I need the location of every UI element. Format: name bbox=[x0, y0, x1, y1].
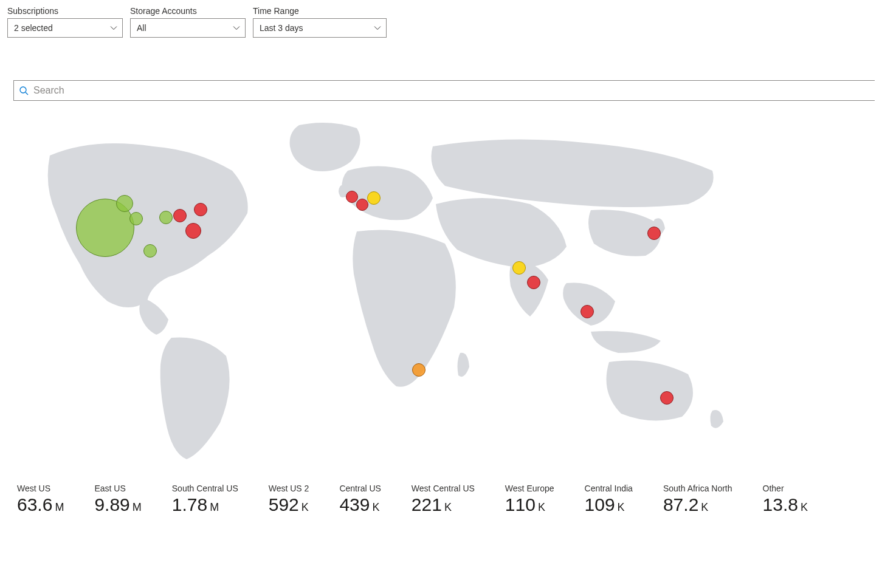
region-stat[interactable]: West Europe110K bbox=[505, 484, 554, 515]
map-bubble[interactable] bbox=[647, 227, 661, 240]
search-input[interactable] bbox=[32, 84, 870, 97]
svg-point-0 bbox=[20, 87, 26, 93]
map-bubble[interactable] bbox=[173, 209, 187, 222]
map-bubble[interactable] bbox=[159, 211, 173, 224]
chevron-down-icon bbox=[110, 24, 117, 32]
filter-timerange-label: Time Range bbox=[253, 6, 387, 16]
stat-value: 592K bbox=[269, 494, 309, 515]
region-stat[interactable]: West US63.6M bbox=[17, 484, 64, 515]
filter-subscriptions: Subscriptions 2 selected bbox=[7, 6, 123, 38]
stat-value: 221K bbox=[412, 494, 475, 515]
chevron-down-icon bbox=[233, 24, 240, 32]
map-bubble[interactable] bbox=[367, 191, 381, 205]
map-bubble[interactable] bbox=[116, 195, 133, 212]
search-icon bbox=[19, 86, 29, 95]
filter-time-range: Time Range Last 3 days bbox=[253, 6, 387, 38]
stat-label: Central US bbox=[339, 484, 381, 493]
stat-label: Central India bbox=[585, 484, 633, 493]
stat-label: Other bbox=[763, 484, 808, 493]
stat-value: 87.2K bbox=[663, 494, 732, 515]
search-box[interactable] bbox=[13, 80, 875, 101]
timerange-value: Last 3 days bbox=[260, 23, 303, 33]
map-bubble[interactable] bbox=[581, 305, 594, 318]
stat-label: South Central US bbox=[172, 484, 238, 493]
timerange-dropdown[interactable]: Last 3 days bbox=[253, 18, 387, 38]
map-bubble[interactable] bbox=[527, 276, 540, 289]
map-bubble[interactable] bbox=[512, 261, 526, 275]
region-stat[interactable]: South Central US1.78M bbox=[172, 484, 238, 515]
stat-label: West US 2 bbox=[269, 484, 309, 493]
map-bubble[interactable] bbox=[346, 191, 358, 203]
map-bubble[interactable] bbox=[143, 244, 157, 258]
stat-value: 1.78M bbox=[172, 494, 238, 515]
map-bubble[interactable] bbox=[185, 223, 201, 239]
map-bubble[interactable] bbox=[129, 212, 143, 225]
stat-value: 109K bbox=[585, 494, 633, 515]
map-bubble[interactable] bbox=[356, 199, 368, 211]
stat-label: South Africa North bbox=[663, 484, 732, 493]
stat-label: East US bbox=[94, 484, 141, 493]
svg-line-1 bbox=[26, 92, 28, 95]
world-map[interactable] bbox=[7, 113, 822, 477]
storage-value: All bbox=[137, 23, 146, 33]
filter-storage-accounts: Storage Accounts All bbox=[130, 6, 246, 38]
region-stat[interactable]: West Central US221K bbox=[412, 484, 475, 515]
stat-value: 110K bbox=[505, 494, 554, 515]
stat-value: 439K bbox=[339, 494, 381, 515]
stat-value: 9.89M bbox=[94, 494, 141, 515]
map-bubble[interactable] bbox=[412, 363, 425, 377]
region-stat[interactable]: South Africa North87.2K bbox=[663, 484, 732, 515]
stat-value: 63.6M bbox=[17, 494, 64, 515]
region-stats-row: West US63.6MEast US9.89MSouth Central US… bbox=[7, 484, 875, 515]
stat-value: 13.8K bbox=[763, 494, 808, 515]
stat-label: West Europe bbox=[505, 484, 554, 493]
region-stat[interactable]: Central US439K bbox=[339, 484, 381, 515]
world-map-svg bbox=[7, 113, 822, 477]
region-stat[interactable]: Other13.8K bbox=[763, 484, 808, 515]
region-stat[interactable]: West US 2592K bbox=[269, 484, 309, 515]
filters-row: Subscriptions 2 selected Storage Account… bbox=[7, 6, 875, 38]
storage-dropdown[interactable]: All bbox=[130, 18, 246, 38]
stat-label: West Central US bbox=[412, 484, 475, 493]
subscriptions-dropdown[interactable]: 2 selected bbox=[7, 18, 123, 38]
filter-storage-label: Storage Accounts bbox=[130, 6, 246, 16]
subscriptions-value: 2 selected bbox=[14, 23, 53, 33]
region-stat[interactable]: East US9.89M bbox=[94, 484, 141, 515]
chevron-down-icon bbox=[374, 24, 381, 32]
region-stat[interactable]: Central India109K bbox=[585, 484, 633, 515]
filter-subscriptions-label: Subscriptions bbox=[7, 6, 123, 16]
map-bubble[interactable] bbox=[660, 391, 674, 405]
map-bubble[interactable] bbox=[194, 203, 207, 216]
stat-label: West US bbox=[17, 484, 64, 493]
